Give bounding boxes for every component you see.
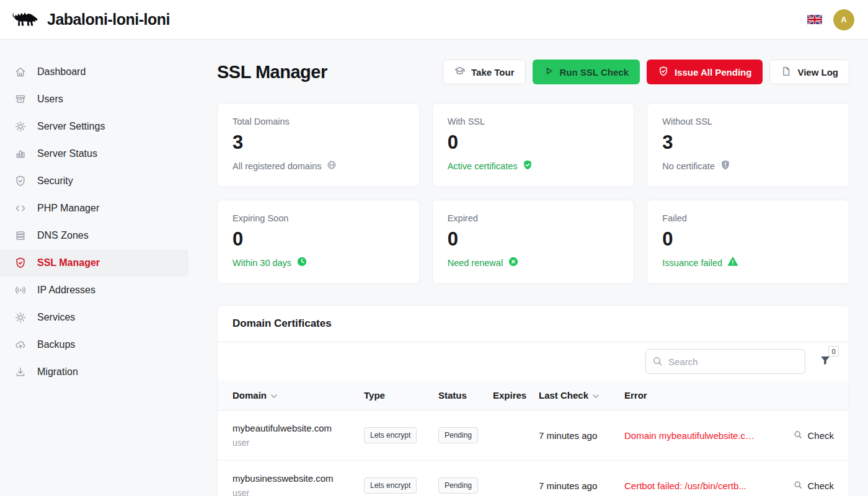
user-avatar[interactable]: A — [833, 9, 854, 30]
sidebar-item-label: Users — [37, 94, 63, 105]
column-header-error[interactable]: Error — [624, 390, 769, 401]
globe-icon — [326, 159, 337, 172]
code-icon — [14, 202, 27, 215]
stat-card-expiring-soon: Expiring Soon 0 Within 30 days — [217, 200, 420, 284]
stat-card-with-ssl: With SSL 0 Active certificates — [432, 103, 635, 187]
stat-card-without-ssl: Without SSL 3 No certificate — [647, 103, 849, 187]
stat-label: Total Domains — [232, 117, 404, 126]
stat-sublabel: No certificate — [662, 161, 715, 171]
view-log-label: View Log — [797, 67, 838, 78]
stat-value: 0 — [448, 229, 619, 250]
issue-all-pending-label: Issue All Pending — [675, 67, 751, 78]
page-actions: Take Tour Run SSL Check Issue All Pendin… — [443, 60, 849, 84]
sidebar-item-php-manager[interactable]: PHP Manager — [0, 195, 188, 222]
sidebar-item-dns-zones[interactable]: DNS Zones — [0, 222, 188, 249]
error-cell: Certbot failed: /usr/bin/certb... — [624, 480, 769, 491]
search-box — [645, 349, 805, 374]
stat-label: Without SSL — [662, 117, 834, 126]
type-badge: Lets encrypt — [364, 427, 417, 443]
sidebar-item-label: PHP Manager — [37, 203, 99, 214]
shield-check-icon — [658, 66, 669, 79]
bar-chart-icon — [14, 147, 27, 161]
run-ssl-check-label: Run SSL Check — [560, 67, 629, 78]
column-header-type[interactable]: Type — [364, 390, 438, 401]
graduation-cap-icon — [454, 65, 466, 79]
shield-alert-badge-icon — [720, 159, 731, 172]
chevron-down-icon — [271, 390, 277, 401]
take-tour-label: Take Tour — [471, 67, 514, 78]
check-button[interactable]: Check — [769, 430, 834, 441]
shield-icon — [14, 174, 27, 188]
status-badge: Pending — [438, 477, 478, 494]
sidebar-item-security[interactable]: Security — [0, 167, 188, 195]
check-label: Check — [807, 480, 834, 491]
view-log-button[interactable]: View Log — [769, 60, 849, 84]
domain-name[interactable]: mybeautifulwebsite.com — [232, 423, 364, 433]
sidebar-item-dashboard[interactable]: Dashboard — [0, 58, 188, 86]
document-icon — [781, 66, 792, 79]
stat-label: Failed — [662, 213, 834, 223]
domain-user: user — [232, 488, 364, 496]
sidebar-item-server-settings[interactable]: Server Settings — [0, 113, 188, 140]
table-row: mybeautifulwebsite.com user Lets encrypt… — [218, 410, 849, 461]
sidebar: Dashboard Users Server Settings Server S… — [0, 40, 188, 496]
sidebar-item-label: Migration — [37, 366, 78, 378]
stat-sublabel: Active certificates — [448, 161, 518, 171]
sidebar-item-label: IP Addresses — [37, 285, 95, 296]
sidebar-item-services[interactable]: Services — [0, 304, 188, 331]
sidebar-item-label: Server Status — [37, 148, 97, 159]
home-icon — [14, 65, 27, 79]
error-cell: Domain mybeautifulwebsite.com... — [624, 430, 769, 441]
sidebar-item-label: Security — [37, 175, 73, 187]
boar-logo-icon — [11, 8, 40, 32]
search-input[interactable] — [645, 349, 805, 374]
domain-name[interactable]: mybusinesswebsite.com — [232, 473, 364, 484]
sidebar-item-ip-addresses[interactable]: IP Addresses — [0, 277, 188, 304]
column-header-domain[interactable]: Domain — [232, 390, 364, 401]
filter-count-badge: 0 — [828, 346, 839, 356]
sidebar-item-migration[interactable]: Migration — [0, 358, 188, 386]
stat-value: 3 — [662, 132, 834, 153]
stat-sublabel: All registered domains — [232, 161, 321, 171]
warning-triangle-badge-icon — [727, 256, 738, 269]
clock-badge-icon — [296, 256, 308, 269]
sidebar-item-label: SSL Manager — [37, 257, 100, 268]
sidebar-item-ssl-manager[interactable]: SSL Manager — [0, 249, 188, 277]
last-check-cell: 7 minutes ago — [539, 480, 624, 491]
search-icon — [652, 355, 663, 370]
column-header-status[interactable]: Status — [438, 390, 493, 401]
column-header-last-check[interactable]: Last Check — [539, 390, 624, 401]
sidebar-item-label: Dashboard — [37, 66, 86, 78]
language-flag-uk-icon[interactable] — [807, 14, 822, 25]
sidebar-item-backups[interactable]: Backups — [0, 331, 188, 358]
search-icon — [793, 480, 803, 492]
app-title: Jabaloni-loni-loni — [47, 11, 170, 29]
shield-check-badge-icon — [522, 159, 533, 172]
brand[interactable]: Jabaloni-loni-loni — [11, 8, 170, 32]
search-icon — [793, 430, 803, 441]
sidebar-item-users[interactable]: Users — [0, 86, 188, 113]
stat-label: Expired — [448, 213, 619, 223]
download-icon — [14, 365, 27, 379]
filter-button[interactable]: 0 — [819, 354, 831, 369]
domain-certificates-panel: Domain Certificates 0 Domain Type Sta — [217, 305, 849, 496]
stat-value: 0 — [232, 229, 404, 250]
stat-label: Expiring Soon — [232, 213, 404, 223]
stat-sublabel: Need renewal — [448, 258, 503, 268]
stat-value: 0 — [448, 132, 619, 153]
sidebar-item-server-status[interactable]: Server Status — [0, 140, 188, 167]
check-button[interactable]: Check — [769, 480, 834, 492]
sidebar-item-label: Services — [37, 312, 75, 323]
stat-card-total-domains: Total Domains 3 All registered domains — [217, 103, 420, 187]
column-header-expires[interactable]: Expires — [493, 390, 539, 401]
table-header-row: Domain Type Status Expires Last Check Er… — [218, 381, 849, 410]
take-tour-button[interactable]: Take Tour — [443, 60, 525, 84]
x-circle-badge-icon — [508, 256, 519, 269]
issue-all-pending-button[interactable]: Issue All Pending — [647, 60, 763, 84]
sidebar-item-label: Server Settings — [37, 121, 105, 132]
chevron-down-icon — [593, 390, 599, 401]
gear-icon — [14, 120, 27, 133]
gear-icon — [14, 311, 27, 324]
run-ssl-check-button[interactable]: Run SSL Check — [533, 60, 640, 84]
server-icon — [14, 229, 27, 242]
